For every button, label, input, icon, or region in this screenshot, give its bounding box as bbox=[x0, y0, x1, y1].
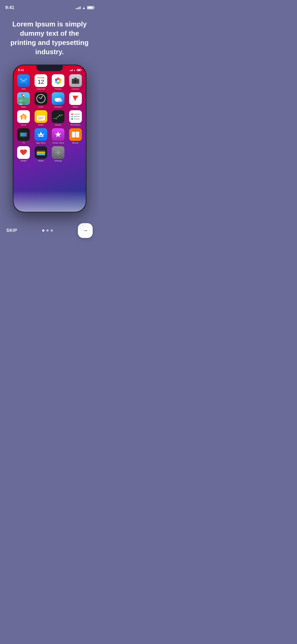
health-icon bbox=[17, 146, 30, 159]
itunes-icon bbox=[52, 128, 64, 141]
svg-rect-31 bbox=[38, 118, 44, 118]
svg-point-49 bbox=[57, 152, 59, 153]
app-itunes[interactable]: iTunes Store bbox=[51, 128, 66, 144]
photos-icon bbox=[52, 74, 64, 87]
svg-rect-46 bbox=[37, 154, 45, 155]
app-grid: Mail Tuesday 12 Calendar bbox=[13, 73, 86, 164]
svg-rect-23 bbox=[72, 100, 75, 101]
svg-point-16 bbox=[23, 95, 24, 96]
photos-label: Photos bbox=[55, 88, 62, 90]
svg-rect-15 bbox=[19, 100, 22, 102]
svg-rect-24 bbox=[72, 102, 74, 102]
calendar-icon: Tuesday 12 bbox=[35, 74, 47, 87]
phone-wifi-icon: ▲ bbox=[74, 69, 76, 71]
app-home[interactable]: Home bbox=[16, 110, 31, 126]
news-label: News bbox=[73, 106, 78, 108]
app-health[interactable]: Health bbox=[16, 146, 31, 162]
reminder-row-2 bbox=[71, 116, 80, 117]
app-settings[interactable]: Settings bbox=[51, 146, 66, 162]
svg-rect-40 bbox=[72, 132, 75, 137]
hero-section: Lorem Ipsum is simply dummy text of the … bbox=[0, 12, 99, 62]
tv-icon bbox=[17, 128, 30, 141]
notes-label: Notes bbox=[38, 124, 44, 126]
phone-status-icons: ▲ bbox=[70, 69, 81, 71]
pagination-dot-3[interactable] bbox=[50, 229, 53, 232]
itunes-label: iTunes Store bbox=[52, 142, 64, 144]
svg-marker-37 bbox=[55, 131, 61, 137]
svg-rect-35 bbox=[20, 133, 27, 136]
svg-rect-36 bbox=[23, 137, 24, 138]
app-clock[interactable]: Clock bbox=[33, 92, 49, 108]
svg-rect-44 bbox=[37, 152, 45, 153]
pagination-dot-1[interactable] bbox=[42, 229, 45, 232]
camera-label: Camera bbox=[72, 88, 79, 90]
mail-label: Mail bbox=[22, 88, 26, 90]
settings-icon bbox=[52, 146, 64, 159]
health-label: Health bbox=[21, 160, 27, 162]
phone-screen: 9:41 ▲ bbox=[13, 65, 86, 212]
tv-label: TV bbox=[22, 142, 25, 144]
svg-rect-45 bbox=[37, 153, 45, 154]
calendar-date: 12 bbox=[38, 79, 44, 85]
reminder-row-3 bbox=[71, 118, 80, 120]
svg-rect-32 bbox=[38, 119, 42, 119]
app-maps[interactable]: 280 Maps bbox=[16, 92, 31, 108]
settings-label: Settings bbox=[54, 160, 62, 162]
pagination-dots bbox=[42, 229, 53, 232]
wallet-icon bbox=[35, 146, 47, 159]
phone-container: 9:41 ▲ bbox=[0, 65, 99, 213]
app-tv[interactable]: TV bbox=[16, 128, 31, 144]
calendar-day-name: Tuesday bbox=[35, 76, 47, 79]
next-arrow-icon: → bbox=[82, 227, 88, 234]
appstore-label: App Store bbox=[36, 142, 46, 144]
skip-button[interactable]: SKIP bbox=[6, 228, 17, 233]
stocks-label: Stocks bbox=[55, 124, 61, 126]
phone-frame: 9:41 ▲ bbox=[13, 65, 87, 213]
notch bbox=[36, 65, 63, 71]
svg-point-7 bbox=[57, 80, 59, 82]
phone-signal-icon bbox=[70, 69, 73, 71]
app-reminders[interactable]: Reminders bbox=[68, 110, 83, 126]
signal-icon bbox=[76, 6, 81, 9]
app-calendar[interactable]: Tuesday 12 Calendar bbox=[33, 74, 49, 90]
wifi-icon: ▲ bbox=[82, 6, 86, 10]
app-camera[interactable]: Camera bbox=[68, 74, 83, 90]
app-mail[interactable]: Mail bbox=[16, 74, 31, 90]
home-label: Home bbox=[21, 124, 26, 126]
bottom-navigation: SKIP → bbox=[0, 217, 99, 243]
wallet-label: Wallet bbox=[38, 160, 44, 162]
next-button[interactable]: → bbox=[78, 223, 93, 238]
app-notes[interactable]: Notes bbox=[33, 110, 49, 126]
news-icon bbox=[69, 92, 82, 105]
app-stocks[interactable]: Stocks bbox=[51, 110, 66, 126]
svg-rect-41 bbox=[76, 132, 79, 137]
reminders-content bbox=[70, 112, 81, 121]
weather-icon bbox=[52, 92, 64, 105]
phone-battery-icon bbox=[77, 69, 81, 71]
status-bar: 9:41 ▲ bbox=[0, 0, 99, 12]
app-appstore[interactable]: App Store bbox=[33, 128, 49, 144]
app-wallet[interactable]: Wallet bbox=[33, 146, 49, 162]
svg-rect-30 bbox=[38, 117, 44, 117]
app-ibooks[interactable]: iBooks bbox=[68, 128, 83, 144]
status-icons: ▲ bbox=[76, 6, 94, 10]
reminders-icon bbox=[69, 110, 82, 123]
svg-rect-26 bbox=[22, 115, 25, 117]
pagination-dot-2[interactable] bbox=[46, 229, 49, 232]
clock-label: Clock bbox=[38, 106, 44, 108]
status-time: 9:41 bbox=[5, 5, 14, 10]
reminders-label: Reminders bbox=[70, 124, 81, 126]
notes-icon bbox=[35, 110, 47, 123]
clock-icon bbox=[35, 92, 47, 105]
app-news[interactable]: News bbox=[68, 92, 83, 108]
stocks-icon bbox=[52, 110, 64, 123]
home-icon bbox=[17, 110, 30, 123]
svg-point-21 bbox=[58, 99, 62, 102]
app-weather[interactable]: Weather bbox=[51, 92, 66, 108]
ibooks-icon bbox=[69, 128, 82, 141]
svg-point-12 bbox=[77, 79, 78, 80]
camera-icon bbox=[69, 74, 82, 87]
hero-title: Lorem Ipsum is simply dummy text of the … bbox=[8, 20, 91, 57]
app-photos[interactable]: Photos bbox=[51, 74, 66, 90]
appstore-icon bbox=[35, 128, 47, 141]
